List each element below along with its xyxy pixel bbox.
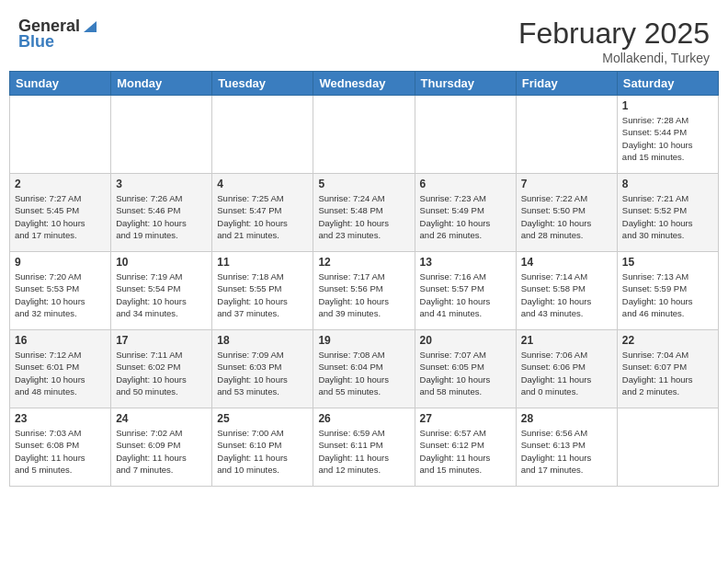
calendar-cell: 5Sunrise: 7:24 AM Sunset: 5:48 PM Daylig…	[313, 174, 415, 252]
day-info: Sunrise: 7:13 AM Sunset: 5:59 PM Dayligh…	[622, 270, 713, 319]
calendar-cell	[111, 96, 212, 174]
day-info: Sunrise: 7:28 AM Sunset: 5:44 PM Dayligh…	[622, 114, 713, 163]
day-info: Sunrise: 7:12 AM Sunset: 6:01 PM Dayligh…	[15, 349, 106, 397]
calendar-cell	[313, 96, 415, 174]
day-number: 8	[622, 178, 713, 190]
calendar-cell: 9Sunrise: 7:20 AM Sunset: 5:53 PM Daylig…	[10, 252, 111, 330]
day-info: Sunrise: 7:16 AM Sunset: 5:57 PM Dayligh…	[420, 270, 511, 319]
calendar-cell: 11Sunrise: 7:18 AM Sunset: 5:55 PM Dayli…	[212, 252, 313, 330]
day-info: Sunrise: 7:22 AM Sunset: 5:50 PM Dayligh…	[521, 192, 612, 241]
day-number: 23	[15, 412, 106, 425]
day-info: Sunrise: 7:08 AM Sunset: 6:04 PM Dayligh…	[318, 349, 409, 397]
calendar-cell: 10Sunrise: 7:19 AM Sunset: 5:54 PM Dayli…	[111, 252, 212, 330]
day-number: 7	[521, 178, 612, 190]
calendar-week-row: 1Sunrise: 7:28 AM Sunset: 5:44 PM Daylig…	[10, 96, 719, 174]
day-info: Sunrise: 7:25 AM Sunset: 5:47 PM Dayligh…	[217, 192, 308, 241]
day-of-week-header: Friday	[516, 72, 617, 96]
day-info: Sunrise: 7:26 AM Sunset: 5:46 PM Dayligh…	[116, 192, 207, 241]
calendar-cell	[516, 96, 617, 174]
calendar-cell: 23Sunrise: 7:03 AM Sunset: 6:08 PM Dayli…	[10, 408, 111, 487]
day-of-week-header: Thursday	[415, 72, 516, 96]
calendar-cell: 19Sunrise: 7:08 AM Sunset: 6:04 PM Dayli…	[313, 330, 415, 408]
calendar-cell: 15Sunrise: 7:13 AM Sunset: 5:59 PM Dayli…	[617, 252, 718, 330]
day-info: Sunrise: 7:11 AM Sunset: 6:02 PM Dayligh…	[116, 349, 207, 397]
day-number: 9	[15, 256, 106, 269]
calendar-cell: 20Sunrise: 7:07 AM Sunset: 6:05 PM Dayli…	[415, 330, 516, 408]
day-info: Sunrise: 6:56 AM Sunset: 6:13 PM Dayligh…	[521, 427, 612, 476]
day-info: Sunrise: 7:14 AM Sunset: 5:58 PM Dayligh…	[521, 270, 612, 319]
day-number: 19	[318, 334, 409, 347]
logo-triangle-icon	[82, 17, 98, 34]
day-info: Sunrise: 7:09 AM Sunset: 6:03 PM Dayligh…	[217, 349, 308, 397]
calendar-cell	[10, 96, 111, 174]
calendar-cell: 22Sunrise: 7:04 AM Sunset: 6:07 PM Dayli…	[617, 330, 718, 408]
day-number: 13	[420, 256, 511, 269]
day-number: 28	[521, 412, 612, 425]
calendar-cell: 12Sunrise: 7:17 AM Sunset: 5:56 PM Dayli…	[313, 252, 415, 330]
day-info: Sunrise: 6:57 AM Sunset: 6:12 PM Dayligh…	[420, 427, 511, 476]
month-title: February 2025	[518, 17, 710, 51]
calendar-cell: 27Sunrise: 6:57 AM Sunset: 6:12 PM Dayli…	[415, 408, 516, 487]
logo: General Blue	[18, 17, 98, 52]
calendar-cell: 6Sunrise: 7:23 AM Sunset: 5:49 PM Daylig…	[415, 174, 516, 252]
calendar-cell: 28Sunrise: 6:56 AM Sunset: 6:13 PM Dayli…	[516, 408, 617, 487]
calendar-cell: 16Sunrise: 7:12 AM Sunset: 6:01 PM Dayli…	[10, 330, 111, 408]
calendar-cell: 18Sunrise: 7:09 AM Sunset: 6:03 PM Dayli…	[212, 330, 313, 408]
day-number: 21	[521, 334, 612, 347]
calendar-cell: 25Sunrise: 7:00 AM Sunset: 6:10 PM Dayli…	[212, 408, 313, 487]
day-info: Sunrise: 7:07 AM Sunset: 6:05 PM Dayligh…	[420, 349, 511, 397]
day-info: Sunrise: 7:03 AM Sunset: 6:08 PM Dayligh…	[15, 427, 106, 476]
day-number: 26	[318, 412, 409, 425]
day-of-week-header: Wednesday	[313, 72, 415, 96]
day-number: 14	[521, 256, 612, 269]
day-info: Sunrise: 7:06 AM Sunset: 6:06 PM Dayligh…	[521, 349, 612, 397]
calendar-week-row: 16Sunrise: 7:12 AM Sunset: 6:01 PM Dayli…	[10, 330, 719, 408]
day-of-week-header: Saturday	[617, 72, 718, 96]
day-info: Sunrise: 7:18 AM Sunset: 5:55 PM Dayligh…	[217, 270, 308, 319]
day-info: Sunrise: 7:00 AM Sunset: 6:10 PM Dayligh…	[217, 427, 308, 476]
day-info: Sunrise: 7:02 AM Sunset: 6:09 PM Dayligh…	[116, 427, 207, 476]
calendar-cell: 24Sunrise: 7:02 AM Sunset: 6:09 PM Dayli…	[111, 408, 212, 487]
day-number: 11	[217, 256, 308, 269]
calendar-cell: 17Sunrise: 7:11 AM Sunset: 6:02 PM Dayli…	[111, 330, 212, 408]
day-number: 22	[622, 334, 713, 347]
day-info: Sunrise: 7:21 AM Sunset: 5:52 PM Dayligh…	[622, 192, 713, 241]
day-number: 2	[15, 178, 106, 190]
calendar-cell	[212, 96, 313, 174]
day-info: Sunrise: 7:23 AM Sunset: 5:49 PM Dayligh…	[420, 192, 511, 241]
day-info: Sunrise: 7:27 AM Sunset: 5:45 PM Dayligh…	[15, 192, 106, 241]
calendar-table: SundayMondayTuesdayWednesdayThursdayFrid…	[9, 71, 719, 487]
day-info: Sunrise: 7:19 AM Sunset: 5:54 PM Dayligh…	[116, 270, 207, 319]
day-number: 4	[217, 178, 308, 190]
day-number: 16	[15, 334, 106, 347]
day-of-week-header: Sunday	[10, 72, 111, 96]
day-info: Sunrise: 6:59 AM Sunset: 6:11 PM Dayligh…	[318, 427, 409, 476]
day-number: 25	[217, 412, 308, 425]
calendar-cell: 4Sunrise: 7:25 AM Sunset: 5:47 PM Daylig…	[212, 174, 313, 252]
calendar-header-row: SundayMondayTuesdayWednesdayThursdayFrid…	[10, 72, 719, 96]
logo-blue-text: Blue	[18, 32, 54, 52]
calendar-cell: 14Sunrise: 7:14 AM Sunset: 5:58 PM Dayli…	[516, 252, 617, 330]
day-number: 18	[217, 334, 308, 347]
calendar-cell: 26Sunrise: 6:59 AM Sunset: 6:11 PM Dayli…	[313, 408, 415, 487]
calendar-cell: 7Sunrise: 7:22 AM Sunset: 5:50 PM Daylig…	[516, 174, 617, 252]
day-info: Sunrise: 7:24 AM Sunset: 5:48 PM Dayligh…	[318, 192, 409, 241]
calendar-cell: 3Sunrise: 7:26 AM Sunset: 5:46 PM Daylig…	[111, 174, 212, 252]
day-number: 15	[622, 256, 713, 269]
calendar-cell	[415, 96, 516, 174]
day-of-week-header: Tuesday	[212, 72, 313, 96]
calendar-week-row: 23Sunrise: 7:03 AM Sunset: 6:08 PM Dayli…	[10, 408, 719, 487]
calendar-cell: 1Sunrise: 7:28 AM Sunset: 5:44 PM Daylig…	[617, 96, 718, 174]
day-number: 6	[420, 178, 511, 190]
day-of-week-header: Monday	[111, 72, 212, 96]
page-header: General Blue February 2025 Mollakendi, T…	[9, 9, 719, 71]
day-number: 20	[420, 334, 511, 347]
day-info: Sunrise: 7:17 AM Sunset: 5:56 PM Dayligh…	[318, 270, 409, 319]
calendar-cell: 13Sunrise: 7:16 AM Sunset: 5:57 PM Dayli…	[415, 252, 516, 330]
calendar-week-row: 9Sunrise: 7:20 AM Sunset: 5:53 PM Daylig…	[10, 252, 719, 330]
calendar-cell	[617, 408, 718, 487]
day-number: 5	[318, 178, 409, 190]
calendar-cell: 8Sunrise: 7:21 AM Sunset: 5:52 PM Daylig…	[617, 174, 718, 252]
calendar-week-row: 2Sunrise: 7:27 AM Sunset: 5:45 PM Daylig…	[10, 174, 719, 252]
day-number: 24	[116, 412, 207, 425]
